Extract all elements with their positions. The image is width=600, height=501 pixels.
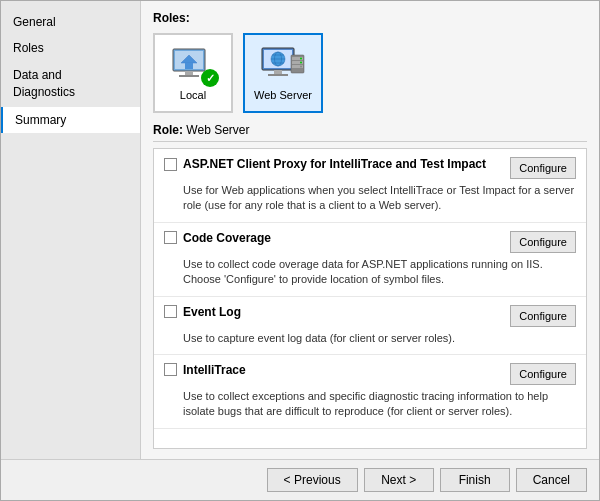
feature-intellitrace-title: IntelliTrace [183, 363, 246, 377]
role-name-bar: Role: Web Server [153, 123, 587, 142]
feature-aspnet-desc: Use for Web applications when you select… [183, 183, 576, 214]
feature-intellitrace-configure-btn[interactable]: Configure [510, 363, 576, 385]
feature-event-log-header: Event Log Configure [164, 305, 576, 327]
svg-point-20 [300, 62, 302, 64]
local-icon-img: ✓ [169, 45, 217, 85]
feature-code-coverage-desc: Use to collect code overage data for ASP… [183, 257, 576, 288]
features-scroll-area[interactable]: ASP.NET Client Proxy for IntelliTrace an… [153, 148, 587, 449]
cancel-button[interactable]: Cancel [516, 468, 587, 492]
next-button[interactable]: Next > [364, 468, 434, 492]
sidebar-item-summary[interactable]: Summary [1, 107, 140, 133]
roles-label: Roles: [153, 11, 587, 25]
feature-intellitrace-checkbox[interactable] [164, 363, 177, 376]
dialog-footer: < Previous Next > Finish Cancel [1, 459, 599, 500]
feature-intellitrace: IntelliTrace Configure Use to collect ex… [154, 355, 586, 429]
feature-event-log-configure-btn[interactable]: Configure [510, 305, 576, 327]
sidebar-item-data-diagnostics[interactable]: Data andDiagnostics [1, 61, 140, 107]
feature-event-log-title-row: Event Log [164, 305, 502, 319]
svg-rect-3 [179, 75, 199, 77]
svg-point-19 [300, 58, 302, 60]
feature-aspnet-configure-btn[interactable]: Configure [510, 157, 576, 179]
web-server-computer-icon [261, 47, 305, 83]
web-server-icon-img [259, 45, 307, 85]
feature-code-coverage-title-row: Code Coverage [164, 231, 502, 245]
feature-code-coverage: Code Coverage Configure Use to collect c… [154, 223, 586, 297]
feature-code-coverage-checkbox[interactable] [164, 231, 177, 244]
local-label: Local [180, 89, 206, 101]
dialog-body: General Roles Data andDiagnostics Summar… [1, 1, 599, 459]
roles-icons: ✓ Local [153, 33, 587, 113]
feature-aspnet-title-row: ASP.NET Client Proxy for IntelliTrace an… [164, 157, 502, 171]
svg-rect-5 [185, 63, 193, 69]
sidebar: General Roles Data andDiagnostics Summar… [1, 1, 141, 459]
feature-event-log-desc: Use to capture event log data (for clien… [183, 331, 576, 346]
feature-aspnet-header: ASP.NET Client Proxy for IntelliTrace an… [164, 157, 576, 179]
feature-event-log: Event Log Configure Use to capture event… [154, 297, 586, 355]
role-local[interactable]: ✓ Local [153, 33, 233, 113]
feature-aspnet-checkbox[interactable] [164, 158, 177, 171]
svg-rect-8 [274, 70, 282, 74]
feature-intellitrace-title-row: IntelliTrace [164, 363, 502, 377]
feature-intellitrace-header: IntelliTrace Configure [164, 363, 576, 385]
previous-button[interactable]: < Previous [267, 468, 358, 492]
feature-code-coverage-configure-btn[interactable]: Configure [510, 231, 576, 253]
feature-event-log-title: Event Log [183, 305, 241, 319]
web-server-label: Web Server [254, 89, 312, 101]
sidebar-item-roles[interactable]: Roles [1, 35, 140, 61]
feature-code-coverage-title: Code Coverage [183, 231, 271, 245]
role-web-server[interactable]: Web Server [243, 33, 323, 113]
feature-aspnet-title: ASP.NET Client Proxy for IntelliTrace an… [183, 157, 486, 171]
svg-rect-2 [185, 71, 193, 75]
feature-event-log-checkbox[interactable] [164, 305, 177, 318]
feature-intellitrace-desc: Use to collect exceptions and specific d… [183, 389, 576, 420]
feature-code-coverage-header: Code Coverage Configure [164, 231, 576, 253]
feature-aspnet: ASP.NET Client Proxy for IntelliTrace an… [154, 149, 586, 223]
svg-rect-9 [268, 74, 288, 76]
main-content: Roles: [141, 1, 599, 459]
local-checkmark-badge: ✓ [201, 69, 219, 87]
svg-point-21 [300, 66, 302, 68]
main-dialog: General Roles Data andDiagnostics Summar… [0, 0, 600, 501]
sidebar-item-general[interactable]: General [1, 9, 140, 35]
finish-button[interactable]: Finish [440, 468, 510, 492]
